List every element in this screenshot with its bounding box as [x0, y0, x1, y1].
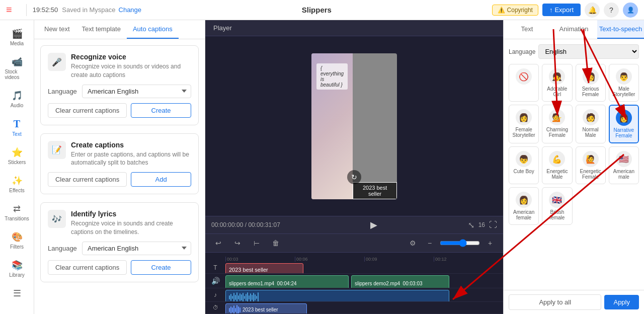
sidebar-item-effects[interactable]: ✨ Effects [3, 171, 31, 197]
delete-button[interactable]: 🗑 [269, 236, 283, 250]
card1-header: 🎤 Recognize voice Recognize voice in sou… [48, 53, 191, 80]
card3-clear-button[interactable]: Clear current captions [48, 260, 127, 275]
notifications-icon[interactable]: 🔔 [585, 3, 600, 18]
tts-waveform [229, 305, 240, 313]
tab-tts[interactable]: Text-to-speech [597, 20, 644, 39]
library-icon: 📚 [12, 260, 23, 271]
fullscreen-button[interactable]: ⛶ [489, 220, 497, 229]
track-audio-icon: ♪ [205, 291, 225, 298]
copyright-button[interactable]: ⚠️ Copyright [492, 5, 538, 16]
fit-icon[interactable]: ⤡ [468, 220, 474, 230]
tts-clip-1[interactable]: 2023 best seller [225, 303, 307, 313]
zoom-level: 16 [478, 221, 485, 228]
card3-actions: Clear current captions Create [48, 260, 191, 275]
card3-lang-label: Language [48, 245, 78, 252]
voice-card-male-storyteller[interactable]: 👨 Male Storyteller [609, 64, 639, 102]
video-clip-1[interactable]: slippers demo1.mp4 00:04:24 [225, 275, 349, 288]
undo-button[interactable]: ↩ [211, 236, 225, 250]
voice-card-mute[interactable]: 🚫 [509, 64, 539, 102]
tab-auto-captions[interactable]: Auto captions [127, 20, 179, 39]
ruler-mark-2: 00:09 [364, 257, 434, 262]
track-text-icon: T [205, 264, 225, 271]
player-video: { everything is beautiful } 2023 best se… [311, 53, 397, 199]
main-area: 🎬 Media 📹 Stock videos 🎵 Audio T Text ⭐ … [0, 20, 644, 314]
track-tts-icon: ⏱ [205, 304, 225, 310]
video-caption-overlay: 2023 best seller [353, 182, 397, 199]
audio-clip-1[interactable] [225, 290, 449, 301]
avatar[interactable]: 👤 [623, 3, 638, 18]
voice-card-charming-female[interactable]: 💁 Charming Female [542, 105, 572, 143]
voice-card-female-storyteller[interactable]: 👩 Female Storyteller [509, 105, 539, 143]
card2-add-button[interactable]: Add [131, 172, 191, 187]
voice-lang-label: Language [509, 48, 535, 55]
change-link[interactable]: Change [119, 6, 142, 14]
apply-button[interactable]: Apply [604, 295, 639, 309]
card3-lang-select[interactable]: American English [82, 242, 191, 255]
redo-button[interactable]: ↪ [230, 236, 245, 250]
female-storyteller-icon: 👩 [516, 109, 532, 125]
voice-card-serious-female[interactable]: 👩 Serious Female [576, 64, 606, 102]
sidebar-item-stickers[interactable]: ⭐ Stickers [3, 143, 31, 169]
tab-animation[interactable]: Animation [550, 20, 597, 39]
voice-lang-select[interactable]: English [538, 44, 639, 59]
mute-icon: 🚫 [516, 68, 532, 85]
voice-card-narrative-female[interactable]: 👩 Narrative Female [609, 105, 639, 143]
serious-female-icon: 👩 [583, 68, 599, 85]
voice-label-normal-male: Normal Male [578, 127, 603, 138]
voice-card-normal-male[interactable]: 🧑 Normal Male [576, 105, 606, 143]
voice-card-adorable-girl[interactable]: 👧 Adorable Girl [542, 64, 572, 102]
card3-create-button[interactable]: Create [131, 260, 191, 275]
zoom-out-button[interactable]: − [423, 236, 437, 250]
sidebar-item-text[interactable]: T Text [3, 114, 31, 141]
tab-text[interactable]: Text [504, 20, 550, 39]
help-icon[interactable]: ? [604, 3, 619, 18]
export-button[interactable]: ↑ Export [542, 4, 581, 16]
tab-new-text[interactable]: New text [38, 20, 76, 39]
text-clip-1[interactable]: 2023 best seller [225, 263, 303, 273]
sidebar-item-filters[interactable]: 🎨 Filters [3, 227, 31, 254]
card1-create-button[interactable]: Create [131, 103, 191, 118]
create-captions-card: 📝 Create captions Enter or paste caption… [40, 133, 199, 195]
card2-clear-button[interactable]: Clear current captions [48, 172, 127, 187]
voice-card-cute-boy[interactable]: 👦 Cute Boy [509, 146, 539, 184]
voice-label-energetic-male: Energetic Male [544, 169, 570, 180]
card2-desc: Enter or paste captions, and captions wi… [71, 150, 191, 168]
voice-card-british-female[interactable]: 🇬🇧 British female [542, 187, 572, 225]
cute-boy-icon: 👦 [516, 151, 532, 167]
sidebar-item-stock-videos[interactable]: 📹 Stock videos [3, 52, 31, 84]
export-label: Export [554, 6, 574, 14]
captions-icon: ☰ [13, 288, 21, 299]
card1-clear-button[interactable]: Clear current captions [48, 103, 127, 118]
sidebar-item-audio[interactable]: 🎵 Audio [3, 86, 31, 112]
track-video: 🔊 slippers demo1.mp4 00:04:24 slippers d… [205, 274, 503, 288]
sidebar-item-media[interactable]: 🎬 Media [3, 24, 31, 50]
apply-to-all-button[interactable]: Apply to all [509, 294, 601, 310]
video-refresh-button[interactable]: ↻ [347, 170, 361, 184]
timeline: ↩ ↪ ⊢ 🗑 ⚙ − + 00:03 00:06 00:09 00:12 [205, 233, 503, 314]
card1-lang-select[interactable]: American English [82, 85, 191, 98]
zoom-slider[interactable] [440, 239, 480, 247]
tab-text-template[interactable]: Text template [76, 20, 127, 39]
video-clip-1-label: slippers demo1.mp4 00:04:24 [229, 281, 297, 286]
sidebar-item-library[interactable]: 📚 Library [3, 256, 31, 282]
play-button[interactable]: ▶ [370, 219, 377, 230]
card1-title: Recognize voice [71, 53, 191, 61]
sidebar-item-captions[interactable]: ☰ [3, 284, 31, 303]
voice-label-american-female: American female [511, 209, 536, 220]
split-button[interactable]: ⊢ [250, 236, 264, 250]
voice-card-american-male[interactable]: 🇺🇸 American male [609, 146, 639, 184]
voice-card-energetic-male[interactable]: 💪 Energetic Male [542, 146, 572, 184]
project-title: Slippers [141, 6, 492, 14]
timeline-settings-button[interactable]: ⚙ [406, 236, 420, 250]
voice-card-american-female[interactable]: 👩 American female [509, 187, 539, 225]
video-clip-2[interactable]: slippers demo2.mp4 00:03:03 [351, 275, 449, 288]
sidebar-item-transitions[interactable]: ⇄ Transitions [3, 199, 31, 225]
track-video-icon: 🔊 [205, 277, 225, 285]
timeline-tracks: T 2023 best seller 🔊 slippers demo1.mp4 … [205, 262, 503, 314]
voice-card-energetic-female[interactable]: 🙋 Energetic Female [576, 146, 606, 184]
center-area: Player { everything is beautiful } 2023 … [205, 20, 503, 314]
logo-icon: ≡ [6, 4, 12, 16]
card1-lang-row: Language American English [48, 85, 191, 98]
upload-icon: ↑ [549, 6, 553, 14]
zoom-in-button[interactable]: + [483, 236, 497, 250]
